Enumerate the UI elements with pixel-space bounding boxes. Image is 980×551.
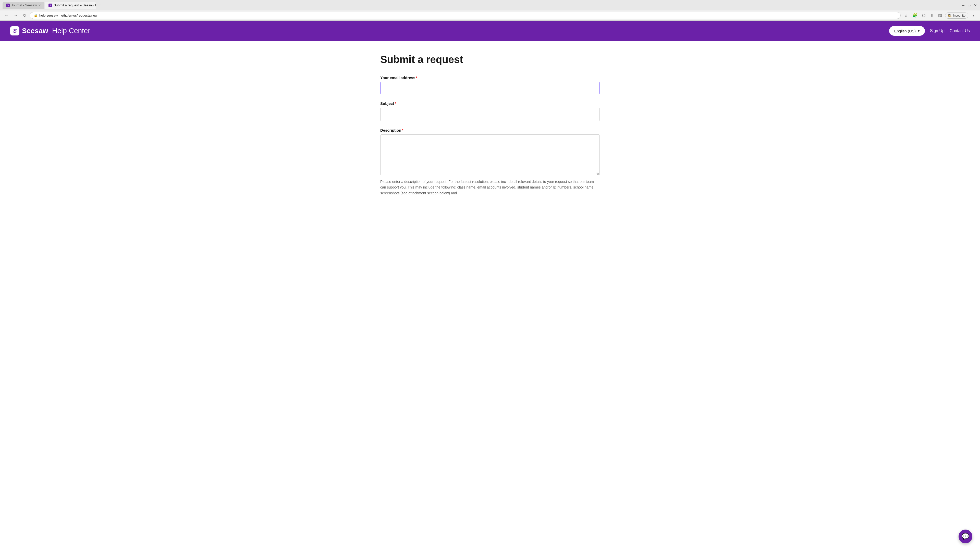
tab2-label: Submit a request – Seesaw Hel… <box>54 3 96 7</box>
bookmark-icon[interactable]: ☆ <box>903 12 909 19</box>
browser-titlebar: S Journal - Seesaw ✕ S Submit a request … <box>0 0 980 11</box>
language-label: English (US) <box>894 29 916 33</box>
description-label: Description* <box>380 128 600 132</box>
menu-icon[interactable]: ⋮ <box>970 12 977 19</box>
reload-button[interactable]: ↻ <box>21 12 28 19</box>
chevron-down-icon: ▾ <box>918 29 920 33</box>
tab1-close-icon[interactable]: ✕ <box>38 3 41 7</box>
new-tab-button[interactable]: + <box>97 2 103 9</box>
site-logo[interactable]: S Seesaw Help Center <box>10 26 90 35</box>
tab-submit-request[interactable]: S Submit a request – Seesaw Hel… ✕ <box>45 2 96 9</box>
site-header: S Seesaw Help Center English (US) ▾ Sign… <box>0 21 980 41</box>
maximize-button[interactable]: ▭ <box>967 3 971 7</box>
description-help-text: Please enter a description of your reque… <box>380 179 600 196</box>
tab-bar: S Journal - Seesaw ✕ S Submit a request … <box>3 2 959 9</box>
tab2-favicon: S <box>48 3 52 7</box>
description-textarea[interactable] <box>380 135 600 175</box>
address-bar[interactable]: 🔒 help.seesaw.me/hc/en-us/requests/new <box>30 12 900 19</box>
email-label: Your email address* <box>380 76 600 80</box>
description-required-star: * <box>402 128 404 132</box>
lock-icon: 🔒 <box>34 14 38 17</box>
email-required-star: * <box>416 76 417 80</box>
logo-icon: S <box>10 26 19 35</box>
subject-group: Subject* <box>380 101 600 121</box>
header-nav: English (US) ▾ Sign Up Contact Us <box>889 26 970 36</box>
toolbar-icons: ☆ 🧩 ⬡ ⬇ ▨ 🕵 Incognito ⋮ <box>903 12 977 19</box>
download-icon[interactable]: ⬇ <box>929 12 935 19</box>
textarea-wrapper: ⤡ <box>380 135 600 176</box>
forward-button[interactable]: → <box>12 12 19 19</box>
browser-chrome: S Journal - Seesaw ✕ S Submit a request … <box>0 0 980 21</box>
tab-journal[interactable]: S Journal - Seesaw ✕ <box>3 2 45 9</box>
address-url: help.seesaw.me/hc/en-us/requests/new <box>39 14 897 17</box>
subject-label: Subject* <box>380 101 600 106</box>
subject-input[interactable] <box>380 108 600 121</box>
profile-icon[interactable]: ⬡ <box>921 12 927 19</box>
contact-us-link[interactable]: Contact Us <box>950 29 970 33</box>
email-input[interactable] <box>380 82 600 94</box>
window-controls: ─ ▭ ✕ <box>961 3 977 7</box>
browser-toolbar: ← → ↻ 🔒 help.seesaw.me/hc/en-us/requests… <box>0 11 980 21</box>
incognito-icon: 🕵 <box>948 14 952 17</box>
extensions-icon[interactable]: 🧩 <box>911 12 919 19</box>
page-title: Submit a request <box>380 54 600 65</box>
description-group: Description* ⤡ Please enter a descriptio… <box>380 128 600 196</box>
subject-required-star: * <box>395 101 396 106</box>
sign-up-link[interactable]: Sign Up <box>930 29 945 33</box>
brand-name: Seesaw Help Center <box>22 27 90 35</box>
minimize-button[interactable]: ─ <box>961 3 965 7</box>
email-group: Your email address* <box>380 76 600 94</box>
split-view-icon[interactable]: ▨ <box>937 12 943 19</box>
incognito-badge[interactable]: 🕵 Incognito <box>945 13 968 19</box>
page-content: Submit a request Your email address* Sub… <box>375 41 605 218</box>
close-button[interactable]: ✕ <box>974 3 977 7</box>
tab1-label: Journal - Seesaw <box>11 3 37 7</box>
language-dropdown[interactable]: English (US) ▾ <box>889 26 925 36</box>
back-button[interactable]: ← <box>3 12 10 19</box>
incognito-label: Incognito <box>953 14 966 17</box>
tab1-favicon: S <box>6 3 10 7</box>
